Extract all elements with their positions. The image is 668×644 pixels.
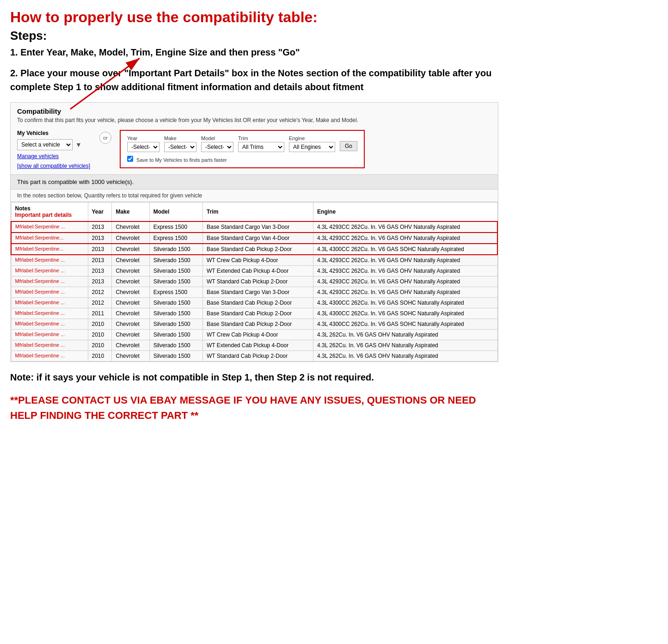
trim-field: Trim All Trims: [238, 135, 284, 152]
cell-model: Express 1500: [149, 221, 202, 233]
table-body: Mfrlabel:Serpentine ...2013ChevroletExpr…: [11, 221, 497, 362]
compat-widget-wrapper: Compatibility To confirm that this part …: [10, 102, 498, 362]
cell-notes: Mfrlabel:Serpentine ...: [11, 287, 88, 298]
cell-make: Chevrolet: [112, 221, 149, 233]
cell-engine: 4.3L 262Cu. In. V6 GAS OHV Naturally Asp…: [313, 340, 497, 351]
cell-notes: Mfrlabel:Serpentine ...: [11, 351, 88, 362]
cell-engine: 4.3L 4293CC 262Cu. In. V6 GAS OHV Natura…: [313, 266, 497, 276]
cell-model: Silverado 1500: [149, 298, 202, 308]
trim-select[interactable]: All Trims: [238, 142, 284, 152]
my-vehicles-section: My Vehicles Select a vehicle ▼ Manage ve…: [17, 130, 91, 170]
cell-trim: Base Standard Cargo Van 3-Door: [203, 287, 313, 298]
cell-make: Chevrolet: [112, 244, 149, 255]
cell-year: 2013: [88, 233, 112, 244]
engine-label: Engine: [289, 135, 335, 141]
cell-year: 2013: [88, 276, 112, 287]
table-row: Mfrlabel:Serpentine...2013ChevroletSilve…: [11, 244, 497, 255]
cell-make: Chevrolet: [112, 319, 149, 330]
ymm-inputs-row: Year -Select- Make -Select- Model: [127, 135, 357, 152]
my-vehicles-label: My Vehicles: [17, 130, 91, 136]
year-select[interactable]: -Select-: [127, 142, 159, 152]
cell-notes: Mfrlabel:Serpentine...: [11, 233, 88, 244]
cell-make: Chevrolet: [112, 340, 149, 351]
table-row: Mfrlabel:Serpentine ...2010ChevroletSilv…: [11, 330, 497, 340]
contact-text: **PLEASE CONTACT US VIA EBAY MESSAGE IF …: [10, 393, 498, 423]
cell-notes: Mfrlabel:Serpentine ...: [11, 298, 88, 308]
cell-make: Chevrolet: [112, 276, 149, 287]
cell-trim: Base Standard Cab Pickup 2-Door: [203, 308, 313, 319]
col-year: Year: [88, 202, 112, 222]
cell-engine: 4.3L 262Cu. In. V6 GAS OHV Naturally Asp…: [313, 351, 497, 362]
cell-make: Chevrolet: [112, 298, 149, 308]
cell-model: Silverado 1500: [149, 266, 202, 276]
make-label: Make: [164, 135, 196, 141]
year-field: Year -Select-: [127, 135, 159, 152]
cell-make: Chevrolet: [112, 330, 149, 340]
cell-year: 2013: [88, 221, 112, 233]
trim-label: Trim: [238, 135, 284, 141]
cell-model: Silverado 1500: [149, 244, 202, 255]
cell-engine: 4.3L 4300CC 262Cu. In. V6 GAS SOHC Natur…: [313, 319, 497, 330]
cell-trim: Base Standard Cab Pickup 2-Door: [203, 319, 313, 330]
cell-make: Chevrolet: [112, 266, 149, 276]
save-label: Save to My Vehicles to finds parts faste…: [136, 157, 227, 163]
cell-model: Silverado 1500: [149, 340, 202, 351]
cell-trim: WT Extended Cab Pickup 4-Door: [203, 340, 313, 351]
cell-notes: Mfrlabel:Serpentine ...: [11, 255, 88, 266]
step2-text: 2. Place your mouse over "Important Part…: [10, 66, 498, 94]
cell-model: Silverado 1500: [149, 330, 202, 340]
cell-trim: Base Standard Cargo Van 3-Door: [203, 221, 313, 233]
cell-notes: Mfrlabel:Serpentine ...: [11, 276, 88, 287]
manage-vehicles-link[interactable]: Manage vehicles: [17, 153, 91, 159]
table-row: Mfrlabel:Serpentine ...2010ChevroletSilv…: [11, 351, 497, 362]
engine-select[interactable]: All Engines: [289, 142, 335, 152]
cell-notes: Mfrlabel:Serpentine...: [11, 244, 88, 255]
cell-engine: 4.3L 4293CC 262Cu. In. V6 GAS OHV Natura…: [313, 287, 497, 298]
model-select[interactable]: -Select-: [201, 142, 233, 152]
cell-year: 2013: [88, 255, 112, 266]
notes-sub-header: Important part details: [15, 212, 84, 218]
year-label: Year: [127, 135, 159, 141]
compat-title: Compatibility: [17, 107, 491, 115]
table-row: Mfrlabel:Serpentine ...2010ChevroletSilv…: [11, 319, 497, 330]
cell-model: Express 1500: [149, 287, 202, 298]
cell-notes: Mfrlabel:Serpentine ...: [11, 266, 88, 276]
cell-year: 2013: [88, 244, 112, 255]
show-compat-link[interactable]: [show all compatible vehicles]: [17, 163, 90, 169]
step1-text: 1. Enter Year, Make, Model, Trim, Engine…: [10, 46, 498, 59]
cell-model: Silverado 1500: [149, 351, 202, 362]
compat-body: My Vehicles Select a vehicle ▼ Manage ve…: [11, 130, 498, 174]
vehicle-select-dropdown[interactable]: Select a vehicle: [17, 139, 73, 150]
cell-engine: 4.3L 4300CC 262Cu. In. V6 GAS SOHC Natur…: [313, 308, 497, 319]
cell-engine: 4.3L 4293CC 262Cu. In. V6 GAS OHV Natura…: [313, 255, 497, 266]
steps-title: Steps:: [10, 29, 498, 43]
cell-year: 2010: [88, 330, 112, 340]
engine-field: Engine All Engines: [289, 135, 335, 152]
col-engine: Engine: [313, 202, 497, 222]
go-button[interactable]: Go: [340, 141, 357, 151]
main-title: How to properly use the compatibility ta…: [10, 8, 498, 26]
notes-header: Notes: [15, 205, 84, 212]
model-field: Model -Select-: [201, 135, 233, 152]
table-row: Mfrlabel:Serpentine ...2013ChevroletSilv…: [11, 276, 497, 287]
compat-subtitle: To confirm that this part fits your vehi…: [17, 117, 491, 123]
cell-make: Chevrolet: [112, 308, 149, 319]
cell-trim: Base Standard Cab Pickup 2-Door: [203, 244, 313, 255]
cell-year: 2012: [88, 298, 112, 308]
col-model: Model: [149, 202, 202, 222]
col-make: Make: [112, 202, 149, 222]
cell-model: Silverado 1500: [149, 319, 202, 330]
cell-model: Silverado 1500: [149, 255, 202, 266]
make-select[interactable]: -Select-: [164, 142, 196, 152]
cell-make: Chevrolet: [112, 287, 149, 298]
compat-header: Compatibility To confirm that this part …: [11, 103, 498, 130]
table-row: Mfrlabel:Serpentine...2013ChevroletExpre…: [11, 233, 497, 244]
cell-engine: 4.3L 4300CC 262Cu. In. V6 GAS SOHC Natur…: [313, 298, 497, 308]
vehicle-select-row: Select a vehicle ▼: [17, 139, 91, 150]
save-row: Save to My Vehicles to finds parts faste…: [127, 156, 357, 163]
cell-trim: WT Crew Cab Pickup 4-Door: [203, 255, 313, 266]
table-row: Mfrlabel:Serpentine ...2013ChevroletSilv…: [11, 255, 497, 266]
save-checkbox[interactable]: [127, 156, 133, 162]
cell-trim: WT Standard Cab Pickup 2-Door: [203, 351, 313, 362]
cell-year: 2010: [88, 351, 112, 362]
